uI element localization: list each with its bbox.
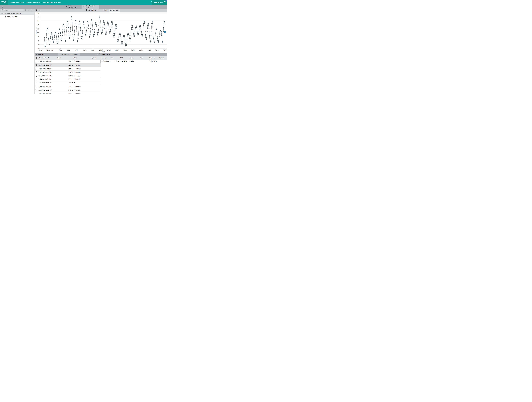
column-value[interactable]: Value [111,56,114,60]
measurement-row[interactable]: 28/04/2025, 20:30:0024.1 °CTrue value [35,81,101,85]
notification-bell-icon[interactable] [151,1,152,4]
column-state[interactable]: State [120,56,123,60]
cell-source: Device [130,60,134,63]
tab-device-configuration[interactable]: Device Configuration [64,5,82,8]
tree-item-showcase-room-automation[interactable]: Showcase Room Automation [0,12,34,15]
vertical-scrollbar[interactable] [100,60,101,63]
tree-item-label: Showcase Room Automation [4,13,21,14]
svg-text:21.5: 21.5 [37,48,39,49]
device-search-icon[interactable] [4,1,7,4]
app-window: ESG/Media Reporting | Device Management … [0,0,167,94]
edit-button[interactable] [27,8,30,12]
row-checkbox[interactable] [36,85,37,88]
cell-value: 24.1 °C [62,81,73,85]
measurement-row[interactable]: 28/04/2025, 23:00:0023.6 °CTrue value [35,63,101,67]
next-range-chevron[interactable]: › [77,54,78,55]
user-menu[interactable]: Aaron Adams [154,2,163,3]
apps-grid-icon[interactable] [164,1,166,4]
top-left-corner [0,0,8,5]
row-checkbox[interactable] [36,74,37,77]
cell-value: 23.6 °C [62,67,73,70]
value-history-table-body: 28/04/2025, …23.6 °CTrue valueDeviceOrig… [101,60,167,63]
measurement-row[interactable]: 28/04/2025, 21:30:0023.6 °CTrue value [35,74,101,78]
measurement-row[interactable]: 28/04/2025, 20:00:0024.2 °CTrue value [35,85,101,88]
value-history-row[interactable]: 28/04/2025, …23.6 °CTrue valueDeviceOrig… [101,60,167,63]
tab-settings[interactable]: Settings [102,8,108,12]
measurement-row[interactable]: 28/04/2025, 21:00:0023.9 °CTrue value [35,78,101,81]
svg-text:Time: Time [102,51,105,52]
column-user[interactable]: User [139,56,142,60]
svg-text:25.5: 25.5 [37,16,39,18]
cell-state: True value [74,63,81,67]
cell-datetime: 28/04/2025, 20:00:00 [39,85,51,88]
cell-state: True value [74,67,81,70]
cell-datetime: 28/04/2025, 19:00:00 [39,92,51,94]
breadcrumb: ESG/Media Reporting | Device Management … [10,0,61,5]
side-panel-layout-icon[interactable] [35,8,38,12]
breadcrumb-item[interactable]: ESG/Media Reporting [10,2,24,3]
more-options-button[interactable] [31,8,34,12]
purple-indicator-dot [166,0,166,1]
add-button[interactable] [24,8,27,12]
column-source[interactable]: Source [130,56,134,60]
calendar-icon [61,54,63,55]
row-checkbox[interactable] [36,81,37,85]
kebab-menu-icon[interactable] [100,53,100,56]
select-all-checkbox[interactable] [36,56,37,60]
measurement-row[interactable]: 28/04/2025, 22:00:0023.6 °CTrue value [35,70,101,74]
breadcrumb-item[interactable]: Device Management [26,2,40,3]
svg-text:25.0: 25.0 [37,20,39,22]
previous-range-chevron[interactable]: ‹ [60,54,60,55]
hamburger-menu-icon[interactable] [1,1,4,3]
row-checkbox[interactable] [36,63,37,67]
search-input[interactable] [4,9,21,11]
measurement-row[interactable]: 28/04/2025, 23:30:0023.6 °CTrue value [35,60,101,63]
cell-datetime: 28/04/2025, 23:30:00 [39,60,51,63]
temperature-time-series-chart[interactable]: 26.025.525.024.524.023.523.022.522.021.5… [35,12,167,53]
svg-text:Fri 25: Fri 25 [148,50,151,51]
cell-state: True value [74,81,81,85]
measurements-table-header: Date and Time Value State Options [35,56,101,60]
row-checkbox[interactable] [36,78,37,81]
cell-comment: Original value [149,60,157,63]
cell-datetime: 28/04/2025, 19:30:00 [39,88,51,92]
tab-data-points-and-filters[interactable]: Data Points and Filters [82,5,99,8]
measurement-row[interactable]: 28/04/2025, 19:30:0024.3 °CTrue value [35,88,101,92]
collapse-panel-button[interactable] [1,5,4,8]
column-options[interactable]: Options [91,56,96,60]
svg-text:Sun 13: Sun 13 [99,50,102,51]
search-icon [2,9,3,11]
datapoint-label: Raumtemperatur [86,8,98,12]
tab-label: Data Points and Filters [86,5,97,8]
cell-datetime: 28/04/2025, 21:30:00 [39,74,51,77]
row-checkbox[interactable] [36,70,37,74]
column-comment[interactable]: Comment [149,56,155,60]
column-modified[interactable]: Modi… [102,56,108,60]
column-state[interactable]: State [74,56,77,60]
svg-text:7 Apr: 7 Apr [75,50,78,51]
measurement-row[interactable]: 28/04/2025, 19:00:0024.1 °CTrue value [35,92,101,94]
search-box[interactable] [1,9,24,12]
row-checkbox[interactable] [36,92,37,94]
measurement-row[interactable]: 28/04/2025, 22:30:0023.6 °CTrue value [35,67,101,70]
tab-measurements[interactable]: Measurements [109,8,120,12]
svg-text:Tue 15: Tue 15 [107,50,111,51]
row-checkbox[interactable] [36,60,37,63]
column-date-and-time[interactable]: Date and Time [39,56,49,60]
value-history-panel-header: Value History [101,53,167,56]
tree-item-shape-placement[interactable]: Shape Placement [0,15,34,18]
download-icon[interactable] [96,53,98,55]
column-options[interactable]: Options [159,56,164,60]
column-value[interactable]: Value [57,56,61,60]
row-checkbox[interactable] [36,88,37,92]
date-range-picker[interactable]: ‹ 30/03/2025 - 28/04/2025 › [58,53,80,56]
svg-text:Apr: Apr [52,50,53,51]
cell-value: 23.6 °C [62,74,73,77]
svg-text:Thu 17: Thu 17 [115,50,119,51]
breadcrumb-item[interactable]: Showcase Room Automation [43,2,61,3]
breadcrumb-separator: | [25,2,25,3]
back-arrow-button[interactable] [38,8,41,12]
svg-text:Fri 11: Fri 11 [91,50,94,51]
row-checkbox[interactable] [36,67,37,70]
svg-text:23.5: 23.5 [37,32,39,33]
